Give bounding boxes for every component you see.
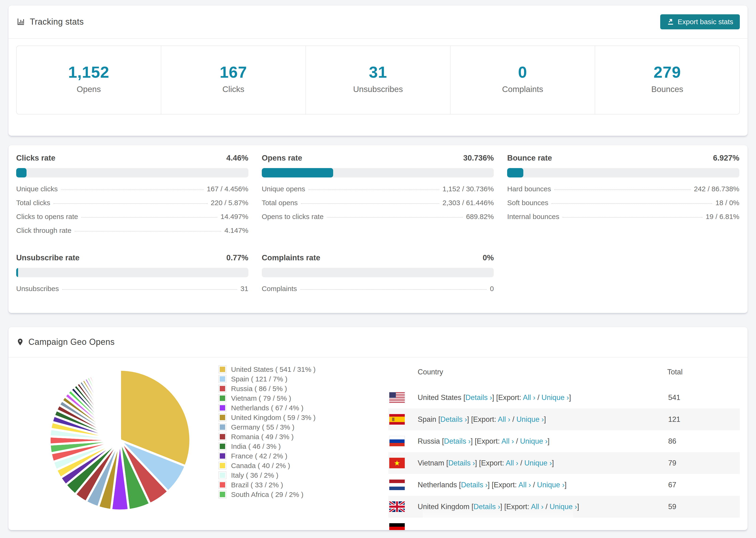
legend-swatch xyxy=(219,375,226,383)
rate-row: Unsubscribes31 xyxy=(16,285,248,293)
export-all-link[interactable]: All › xyxy=(506,459,518,467)
export-all-link[interactable]: All › xyxy=(518,481,531,489)
export-prefix: [Export: xyxy=(471,415,498,423)
rate-title: Clicks rate xyxy=(16,153,55,162)
legend-label: Germany ( 55 / 3% ) xyxy=(231,423,295,431)
details-link[interactable]: Details › xyxy=(473,503,500,511)
legend-swatch xyxy=(219,433,226,441)
rate-row-label: Click through rate xyxy=(16,227,71,235)
geo-legend: United States ( 541 / 31% )Spain ( 121 /… xyxy=(219,364,350,499)
rate-row-label: Total opens xyxy=(262,199,298,207)
rate-block: Opens rate30.736%Unique opens1,152 / 30.… xyxy=(262,153,494,241)
country-name: Vietnam xyxy=(418,459,446,467)
geo-title: Campaign Geo Opens xyxy=(28,337,115,347)
export-unique-link[interactable]: Unique › xyxy=(550,503,577,511)
legend-item: United States ( 541 / 31% ) xyxy=(219,364,350,374)
rate-row: Total opens2,303 / 61.446% xyxy=(262,199,494,207)
page: Tracking stats Export basic stats 1,152O… xyxy=(0,0,756,538)
rate-row: Hard bounces242 / 86.738% xyxy=(507,185,739,193)
rate-row-value: 31 xyxy=(241,285,248,293)
export-unique-link[interactable]: Unique › xyxy=(541,394,569,402)
rate-row-leader xyxy=(300,289,487,290)
rate-row: Unique clicks167 / 4.456% xyxy=(16,185,248,193)
legend-item: United Kingdom ( 59 / 3% ) xyxy=(219,413,350,422)
rate-value: 4.46% xyxy=(226,153,248,162)
country-flag-nl xyxy=(389,480,405,490)
total-value: 121 xyxy=(668,415,740,424)
rate-row-label: Opens to clicks rate xyxy=(262,213,324,221)
export-all-link[interactable]: All › xyxy=(531,503,543,511)
details-link[interactable]: Details › xyxy=(448,459,475,467)
bracket: ] xyxy=(500,503,504,511)
page-title: Tracking stats xyxy=(30,17,84,27)
export-all-link[interactable]: All › xyxy=(523,394,535,402)
export-unique-link[interactable]: Unique › xyxy=(516,415,544,423)
legend-item: Brazil ( 33 / 2% ) xyxy=(219,480,350,490)
separator: / xyxy=(511,415,516,423)
column-header-country: Country xyxy=(388,368,667,376)
rate-row-leader xyxy=(81,217,217,218)
details-link[interactable]: Details › xyxy=(465,394,492,402)
stat-value: 279 xyxy=(654,63,681,81)
country-name: Spain xyxy=(418,415,438,423)
total-value: 67 xyxy=(668,481,740,489)
export-all-link[interactable]: All › xyxy=(502,437,514,445)
table-header-row: Country Total xyxy=(388,357,740,387)
details-link[interactable]: Details › xyxy=(461,481,488,489)
stat-value: 1,152 xyxy=(68,63,109,81)
stat-value: 0 xyxy=(518,63,527,81)
stat-label: Bounces xyxy=(651,84,683,94)
export-unique-link[interactable]: Unique › xyxy=(524,459,552,467)
legend-item: Netherlands ( 67 / 4% ) xyxy=(219,403,350,413)
legend-swatch xyxy=(219,471,226,479)
legend-label: Italy ( 36 / 2% ) xyxy=(231,471,279,479)
bracket: ] xyxy=(475,459,479,467)
bracket: ] xyxy=(548,437,550,445)
geo-card: Campaign Geo Opens United States ( 541 /… xyxy=(8,327,748,530)
export-basic-stats-button[interactable]: Export basic stats xyxy=(660,14,740,29)
tracking-stats-card: Tracking stats Export basic stats 1,152O… xyxy=(8,5,748,136)
stat-label: Complaints xyxy=(502,84,543,94)
rate-row-value: 167 / 4.456% xyxy=(207,185,248,193)
export-prefix: [Export: xyxy=(492,481,518,489)
legend-swatch xyxy=(219,404,226,412)
export-prefix: [Export: xyxy=(504,503,531,511)
geo-body: United States ( 541 / 31% )Spain ( 121 /… xyxy=(9,357,747,530)
legend-swatch xyxy=(219,481,226,489)
rates-grid: Clicks rate4.46%Unique clicks167 / 4.456… xyxy=(9,145,747,298)
rate-row: Total clicks220 / 5.87% xyxy=(16,199,248,207)
bracket: ] xyxy=(577,503,579,511)
legend-item: South Africa ( 29 / 2% ) xyxy=(219,490,350,499)
country-flag-us xyxy=(389,392,405,403)
rate-row-leader xyxy=(552,203,712,204)
rate-block: Unsubscribe rate0.77%Unsubscribes31 xyxy=(16,253,248,298)
export-unique-link[interactable]: Unique › xyxy=(520,437,548,445)
bar-chart-icon xyxy=(16,17,26,27)
bracket: [ xyxy=(438,415,441,423)
rate-value: 6.927% xyxy=(713,153,739,162)
legend-item: Russia ( 86 / 5% ) xyxy=(219,384,350,394)
stat-cell-opens: 1,152Opens xyxy=(17,46,161,114)
rate-row-value: 19 / 6.81% xyxy=(706,213,739,221)
map-pin-icon xyxy=(16,337,24,347)
geo-pie-chart xyxy=(46,366,194,514)
export-unique-link[interactable]: Unique › xyxy=(537,481,565,489)
legend-label: Russia ( 86 / 5% ) xyxy=(231,385,287,393)
legend-swatch xyxy=(219,385,226,393)
export-all-link[interactable]: All › xyxy=(498,415,510,423)
details-link[interactable]: Details › xyxy=(444,437,471,445)
legend-swatch xyxy=(219,394,226,402)
rate-row-label: Internal bounces xyxy=(507,213,559,221)
country-name: Netherlands xyxy=(418,481,459,489)
table-row: Spain [Details ›] [Export: All › / Uniqu… xyxy=(388,408,740,430)
total-value: 79 xyxy=(668,459,740,467)
stat-label: Opens xyxy=(77,84,101,94)
rate-row-value: 18 / 0% xyxy=(715,199,739,207)
table-row: United Kingdom [Details ›] [Export: All … xyxy=(388,496,740,517)
rate-row-value: 220 / 5.87% xyxy=(211,199,248,207)
bracket: ] xyxy=(467,415,471,423)
legend-label: United States ( 541 / 31% ) xyxy=(231,365,315,373)
table-row: Russia [Details ›] [Export: All › / Uniq… xyxy=(388,430,740,452)
legend-label: Vietnam ( 79 / 5% ) xyxy=(231,394,291,402)
details-link[interactable]: Details › xyxy=(441,415,467,423)
